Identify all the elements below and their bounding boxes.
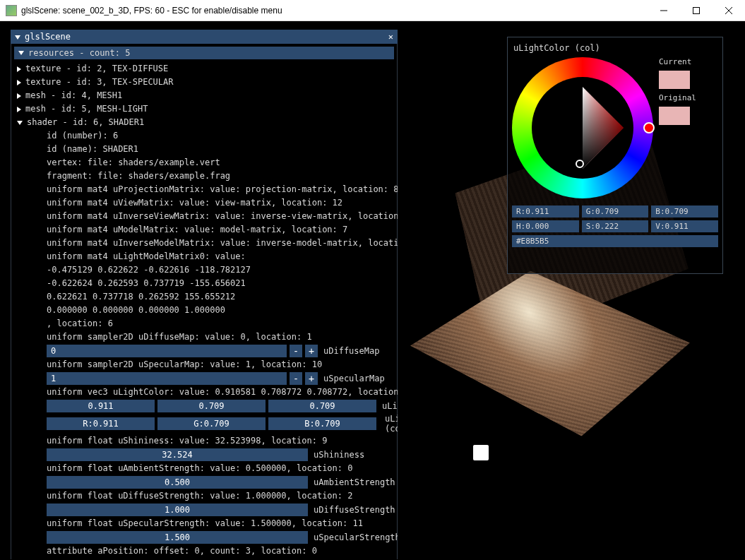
window-controls <box>648 0 745 21</box>
caret-icon <box>17 80 21 85</box>
panel-close-icon[interactable]: ✕ <box>388 32 393 42</box>
uniform-invmodel: uniform mat4 uInverseModelMatrix: value:… <box>11 237 397 250</box>
panel-title-label: glslScene <box>25 32 71 42</box>
uniform-view: uniform mat4 uViewMatrix: value: view-ma… <box>11 196 397 210</box>
viewport: glslScene ✕ resources - count: 5 texture… <box>0 21 745 560</box>
diffusemap-minus-button[interactable]: - <box>290 345 302 357</box>
shader-id-number: id (number): 6 <box>11 129 397 143</box>
diffusemap-label: uDiffuseMap <box>321 346 379 356</box>
uniform-lightmodel: uniform mat4 uLightModelMatrix0: value: <box>11 250 397 263</box>
picker-hex-input[interactable]: #E8B5B5 <box>512 235 718 247</box>
tree-mesh1[interactable]: mesh - id: 4, MESH1 <box>11 89 397 102</box>
specularmap-label: uSpecularMap <box>321 374 385 383</box>
tree-texture-diffuse[interactable]: texture - id: 2, TEX-DIFFUSE <box>11 62 397 76</box>
diffusemap-plus-button[interactable]: + <box>305 345 318 357</box>
color-picker: uLightColor (col) <box>507 37 723 274</box>
diffuse-label: uDiffuseStrength <box>311 505 395 515</box>
picker-b-input[interactable]: B:0.709 <box>651 205 718 218</box>
uniform-diffusemap: uniform sampler2D uDiffuseMap: value: 0,… <box>11 330 397 344</box>
panel-titlebar[interactable]: glslScene ✕ <box>11 30 398 44</box>
resources-collapse-icon <box>18 51 24 55</box>
titlebar: glslScene: scene_002_b_3D, FPS: 60 - ESC… <box>0 0 745 21</box>
picker-h-input[interactable]: H:0.000 <box>512 220 579 232</box>
uniform-diffstr: uniform float uDiffuseStrength: value: 1… <box>11 489 397 503</box>
resources-header-label: resources - count: 5 <box>28 48 131 58</box>
uniform-ambient: uniform float uAmbientStrength: value: 0… <box>11 462 397 475</box>
attr-normal: attribute aNormal: offset: 3, count: 3, … <box>11 558 397 559</box>
lightcolor-g-labeled[interactable] <box>157 417 266 430</box>
close-button[interactable] <box>713 0 745 21</box>
lightcolor-b-labeled[interactable] <box>268 417 376 430</box>
matrix-row1: -0.622624 0.262593 0.737719 -155.656021 <box>11 277 397 290</box>
shader-fragment: fragment: file: shaders/example.frag <box>11 169 397 183</box>
matrix-row2: 0.622621 0.737718 0.262592 155.655212 <box>11 290 397 304</box>
panel-collapse-icon <box>15 35 20 40</box>
specular-input[interactable] <box>47 531 308 544</box>
light-cube <box>473 445 489 460</box>
uniform-model: uniform mat4 uModelMatrix: value: model-… <box>11 223 397 237</box>
diffuse-input[interactable] <box>47 504 308 516</box>
lightcolor-r-labeled[interactable] <box>47 417 155 430</box>
caret-open-icon <box>17 121 23 125</box>
caret-icon <box>17 93 21 99</box>
caret-icon <box>17 107 21 112</box>
matrix-location: , location: 6 <box>11 317 397 330</box>
uniform-invview: uniform mat4 uInverseViewMatrix: value: … <box>11 210 397 223</box>
ambient-input[interactable] <box>47 476 308 489</box>
picker-g-input[interactable]: G:0.709 <box>582 205 649 218</box>
svg-marker-5 <box>583 87 624 169</box>
original-swatch[interactable] <box>659 107 690 125</box>
lightcolor-b-input[interactable] <box>268 400 376 412</box>
caret-icon <box>17 66 21 72</box>
current-swatch-label: Current <box>659 57 696 66</box>
resources-panel: glslScene ✕ resources - count: 5 texture… <box>11 30 398 559</box>
color-wheel[interactable] <box>512 57 653 198</box>
uniform-specstr: uniform float uSpecularStrength: value: … <box>11 517 397 530</box>
current-swatch[interactable] <box>659 71 690 89</box>
picker-r-input[interactable]: R:0.911 <box>512 205 579 218</box>
matrix-row3: 0.000000 0.000000 0.000000 1.000000 <box>11 304 397 317</box>
ambient-label: uAmbientStrength <box>311 477 395 487</box>
uniform-shininess: uniform float uShininess: value: 32.5239… <box>11 434 397 448</box>
lightcolor-g-input[interactable] <box>157 400 266 412</box>
original-swatch-label: Original <box>659 93 696 102</box>
lightcolor-col-label: uLightColor (col) <box>382 414 398 434</box>
sv-cursor[interactable] <box>576 160 584 168</box>
attr-position: attribute aPosition: offset: 0, count: 3… <box>11 544 397 558</box>
tree-mesh-light[interactable]: mesh - id: 5, MESH-LIGHT <box>11 102 397 116</box>
hue-cursor[interactable] <box>643 122 655 133</box>
shader-id-name: id (name): SHADER1 <box>11 143 397 156</box>
shininess-label: uShininess <box>311 450 364 460</box>
specularmap-plus-button[interactable]: + <box>305 372 318 385</box>
shininess-input[interactable] <box>47 448 308 461</box>
minimize-button[interactable] <box>648 0 680 21</box>
matrix-row0: -0.475129 0.622622 -0.622616 -118.782127 <box>11 263 397 277</box>
lightcolor-r-input[interactable] <box>47 400 155 412</box>
specularmap-minus-button[interactable]: - <box>290 372 302 385</box>
uniform-specularmap: uniform sampler2D uSpecularMap: value: 1… <box>11 358 397 371</box>
picker-title: uLightColor (col) <box>512 42 718 57</box>
uniform-projection: uniform mat4 uProjectionMatrix: value: p… <box>11 183 397 196</box>
resources-header[interactable]: resources - count: 5 <box>14 47 394 59</box>
lightcolor-label: uLightColor <box>379 401 398 411</box>
shader-vertex: vertex: file: shaders/example.vert <box>11 156 397 169</box>
tree-shader1[interactable]: shader - id: 6, SHADER1 <box>11 116 397 129</box>
diffusemap-input[interactable] <box>47 345 287 357</box>
app-icon <box>6 5 17 16</box>
window-title: glslScene: scene_002_b_3D, FPS: 60 - ESC… <box>21 6 282 16</box>
svg-rect-1 <box>693 7 700 13</box>
specular-label: uSpecularStrength <box>311 532 398 542</box>
picker-s-input[interactable]: S:0.222 <box>582 220 649 232</box>
cube-side-face <box>381 251 745 483</box>
picker-v-input[interactable]: V:0.911 <box>651 220 718 232</box>
tree-texture-specular[interactable]: texture - id: 3, TEX-SPECULAR <box>11 76 397 89</box>
uniform-lightcolor: uniform vec3 uLightColor: value: 0.91058… <box>11 386 397 399</box>
specularmap-input[interactable] <box>47 372 287 385</box>
maximize-button[interactable] <box>680 0 713 21</box>
